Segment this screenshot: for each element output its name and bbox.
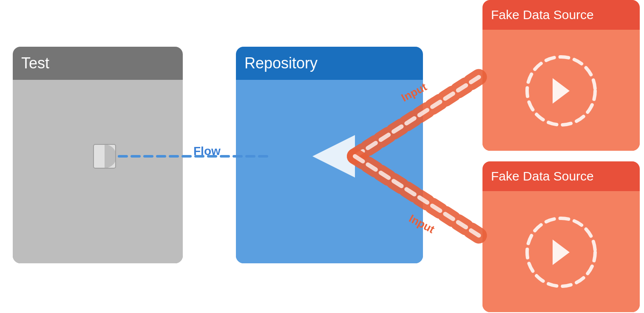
- flow-label: Flow: [193, 144, 221, 158]
- fds-bottom-body: [482, 191, 640, 312]
- diagram-canvas: Test Repository Fake Data Source Fake Da…: [0, 0, 644, 313]
- fds-bottom-title: Fake Data Source: [491, 169, 594, 183]
- test-title: Test: [21, 54, 49, 72]
- repo-header: Repository: [236, 47, 423, 80]
- test-block[interactable]: Test: [13, 47, 183, 263]
- fake-data-source-top[interactable]: Fake Data Source: [482, 0, 640, 151]
- fds-top-title: Fake Data Source: [491, 8, 594, 22]
- fds-bottom-header: Fake Data Source: [482, 161, 640, 191]
- fds-top-icon: [519, 48, 604, 133]
- fds-top-header: Fake Data Source: [482, 0, 640, 30]
- test-body: [13, 80, 183, 263]
- fake-data-source-bottom[interactable]: Fake Data Source: [482, 161, 640, 312]
- repo-body: [236, 80, 423, 263]
- fds-bottom-icon: [519, 210, 604, 295]
- repository-block[interactable]: Repository: [236, 47, 423, 263]
- svg-marker-3: [553, 240, 570, 265]
- svg-marker-1: [553, 78, 570, 104]
- fds-top-body: [482, 30, 640, 151]
- test-header: Test: [13, 47, 183, 80]
- repo-title: Repository: [244, 54, 318, 72]
